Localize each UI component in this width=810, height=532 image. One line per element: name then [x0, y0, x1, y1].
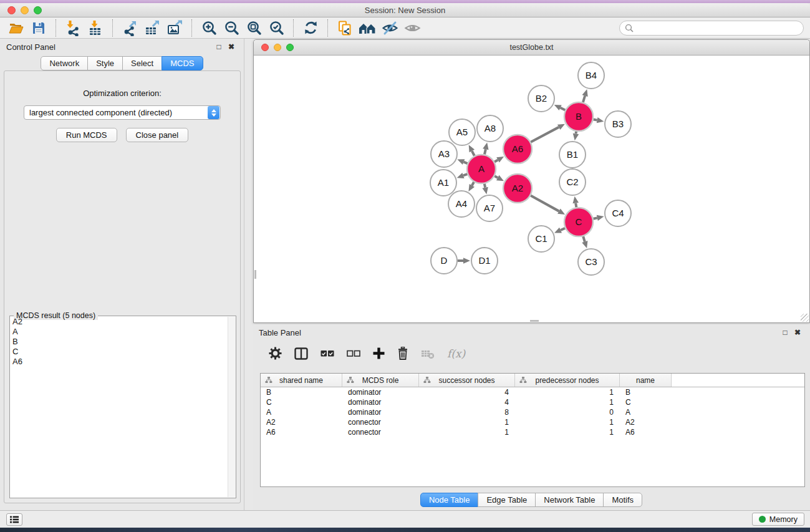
mcds-result-item[interactable]: A2	[10, 317, 228, 327]
window-resize-grip[interactable]	[801, 314, 809, 322]
graph-edge-A-A6[interactable]	[494, 157, 504, 163]
graph-edge-A-A2[interactable]	[494, 175, 504, 181]
graph-node-A1[interactable]: A1	[430, 170, 456, 196]
table-row[interactable]: A2connector11A2	[261, 417, 804, 427]
mcds-result-item[interactable]: C	[10, 347, 228, 357]
clone-network-button[interactable]	[334, 19, 356, 37]
zoom-in-button[interactable]	[198, 19, 220, 37]
first-neighbors-button[interactable]	[356, 19, 378, 37]
float-table-panel-icon[interactable]: □	[779, 328, 791, 337]
optimization-dropdown[interactable]: largest connected component (directed)	[24, 105, 221, 120]
export-image-button[interactable]	[163, 19, 186, 37]
memory-button[interactable]: Memory	[752, 513, 804, 526]
close-panel-icon[interactable]: ✖	[225, 42, 238, 51]
graph-node-A6[interactable]: A6	[503, 135, 532, 163]
zoom-network-window-button[interactable]	[286, 44, 294, 51]
run-mcds-button[interactable]: Run MCDS	[56, 128, 117, 142]
show-panels-list-button[interactable]	[6, 513, 22, 526]
table-row[interactable]: Cdominator41C	[261, 397, 804, 407]
export-network-button[interactable]	[118, 19, 141, 37]
column-header-successor-nodes[interactable]: successor nodes	[419, 374, 515, 387]
graph-edge-A-A8[interactable]	[483, 142, 488, 154]
vertical-scroll-indicator[interactable]	[254, 270, 256, 279]
list-scrollbar[interactable]	[228, 317, 236, 497]
graph-edge-B-B4[interactable]	[582, 89, 588, 102]
close-table-panel-icon[interactable]: ✖	[791, 328, 804, 337]
tab-node-table[interactable]: Node Table	[420, 493, 479, 507]
tab-style[interactable]: Style	[87, 56, 123, 70]
unselect-all-columns-button[interactable]	[347, 350, 360, 357]
graph-edge-D-D1[interactable]	[458, 258, 470, 264]
graph-edge-B-B1[interactable]	[573, 132, 579, 141]
zoom-out-button[interactable]	[220, 19, 243, 37]
graph-node-A8[interactable]: A8	[477, 115, 503, 142]
graph-edge-A-A3[interactable]	[457, 159, 467, 165]
close-network-window-button[interactable]	[261, 44, 269, 51]
tab-mcds[interactable]: MCDS	[162, 56, 203, 70]
graph-node-C1[interactable]: C1	[528, 226, 554, 252]
graph-node-D[interactable]: D	[431, 248, 457, 274]
select-all-columns-button[interactable]	[321, 350, 334, 357]
zoom-fit-button[interactable]	[243, 19, 265, 37]
column-header-shared-name[interactable]: shared name	[261, 374, 342, 387]
horizontal-scroll-indicator[interactable]	[530, 320, 539, 322]
save-session-button[interactable]	[27, 19, 50, 37]
close-panel-button[interactable]: Close panel	[126, 128, 189, 142]
graph-node-C[interactable]: C	[564, 208, 593, 236]
tab-edge-table[interactable]: Edge Table	[478, 493, 536, 507]
open-session-button[interactable]	[5, 19, 27, 37]
graph-node-B2[interactable]: B2	[528, 85, 554, 112]
close-window-button[interactable]	[7, 6, 16, 14]
delete-column-button[interactable]	[397, 347, 408, 360]
column-browser-button[interactable]	[294, 347, 308, 360]
search-input[interactable]	[619, 21, 804, 36]
graph-edge-A-A1[interactable]	[457, 173, 468, 178]
graph-edge-B-B2[interactable]	[554, 105, 566, 110]
graph-edge-C-C4[interactable]	[593, 215, 604, 221]
refresh-layout-button[interactable]	[299, 19, 322, 37]
float-panel-icon[interactable]: □	[213, 42, 225, 51]
graph-node-A3[interactable]: A3	[431, 141, 457, 167]
table-settings-button[interactable]	[269, 347, 282, 360]
column-header-predecessor-nodes[interactable]: predecessor nodes	[515, 374, 620, 387]
network-canvas[interactable]: B4B2BB3A8A5A6A3B1AC2A1A2A4A7C4CC1C3DD1	[254, 56, 809, 322]
add-column-button[interactable]	[373, 347, 385, 359]
tab-network-table[interactable]: Network Table	[535, 493, 604, 507]
table-row[interactable]: A6connector11A6	[261, 427, 804, 437]
graph-node-D1[interactable]: D1	[471, 248, 498, 274]
mcds-result-item[interactable]: A6	[10, 357, 228, 367]
import-table-button[interactable]	[84, 19, 107, 37]
graph-edge-C-C3[interactable]	[582, 236, 587, 248]
graph-edge-A-A5[interactable]	[469, 145, 475, 155]
graph-node-A4[interactable]: A4	[448, 191, 475, 217]
export-table-button[interactable]	[141, 19, 163, 37]
table-row[interactable]: Adominator80A	[261, 407, 804, 417]
zoom-selected-button[interactable]	[265, 19, 287, 37]
tab-network[interactable]: Network	[41, 56, 88, 70]
graph-node-C2[interactable]: C2	[559, 169, 586, 195]
minimize-window-button[interactable]	[21, 6, 29, 14]
column-header-name[interactable]: name	[620, 374, 672, 387]
graph-edge-A-A7[interactable]	[482, 184, 488, 195]
tab-select[interactable]: Select	[122, 56, 162, 70]
graph-edge-B-B3[interactable]	[594, 117, 604, 123]
graph-edge-A2-C[interactable]	[531, 196, 565, 215]
mcds-result-item[interactable]: B	[10, 337, 228, 347]
graph-node-A[interactable]: A	[467, 155, 496, 183]
graph-node-A5[interactable]: A5	[449, 119, 475, 145]
minimize-network-window-button[interactable]	[274, 44, 281, 51]
graph-edge-A6-B[interactable]	[531, 124, 565, 142]
graph-node-B4[interactable]: B4	[578, 62, 604, 89]
hide-selected-button[interactable]	[378, 19, 401, 37]
graph-node-A7[interactable]: A7	[476, 195, 503, 221]
graph-node-C4[interactable]: C4	[605, 200, 631, 226]
table-row[interactable]: Bdominator41B	[261, 387, 804, 397]
graph-node-A2[interactable]: A2	[503, 174, 532, 203]
graph-edge-C-C2[interactable]	[573, 196, 579, 208]
delete-table-button[interactable]	[421, 348, 435, 359]
graph-node-B3[interactable]: B3	[605, 111, 631, 137]
zoom-window-button[interactable]	[34, 6, 42, 14]
graph-edge-A-A4[interactable]	[468, 182, 475, 191]
graph-node-C3[interactable]: C3	[578, 249, 604, 275]
network-graph[interactable]: B4B2BB3A8A5A6A3B1AC2A1A2A4A7C4CC1C3DD1	[254, 56, 809, 322]
